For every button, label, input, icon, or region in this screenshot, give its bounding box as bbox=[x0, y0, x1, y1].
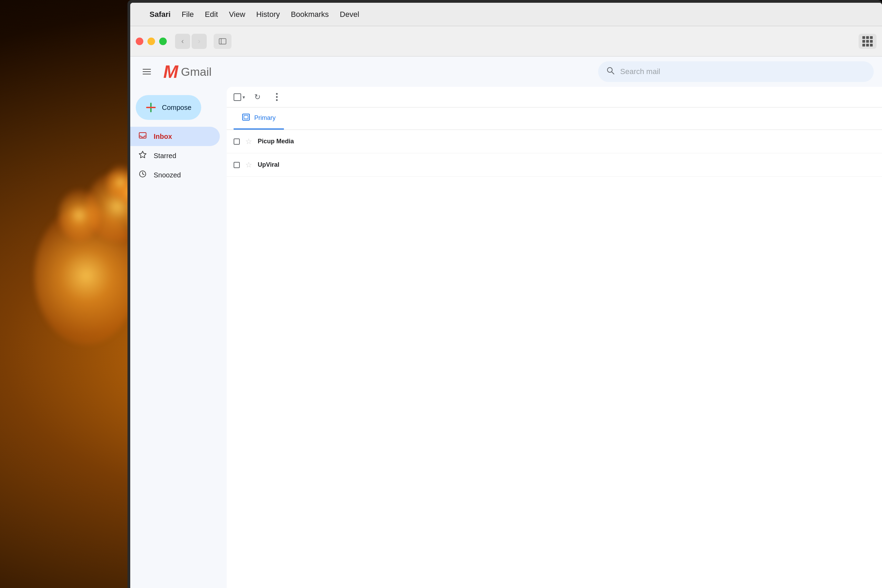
traffic-lights bbox=[136, 38, 167, 45]
more-options-button[interactable] bbox=[270, 90, 284, 104]
menubar-view[interactable]: View bbox=[229, 10, 245, 19]
star-icon bbox=[138, 150, 147, 161]
sidebar-item-snoozed[interactable]: Snoozed bbox=[130, 165, 220, 184]
email-sender: Picup Media bbox=[258, 138, 327, 145]
inbox-label: Inbox bbox=[154, 133, 172, 141]
menubar-edit[interactable]: Edit bbox=[205, 10, 218, 19]
select-all-checkbox[interactable]: ▾ bbox=[234, 93, 245, 101]
sidebar-toggle-button[interactable] bbox=[214, 34, 231, 49]
clock-icon bbox=[138, 170, 147, 180]
table-row[interactable]: ☆ Picup Media bbox=[227, 130, 882, 153]
checkbox-icon bbox=[234, 93, 241, 101]
star-button[interactable]: ☆ bbox=[245, 137, 252, 146]
grid-view-button[interactable] bbox=[859, 34, 876, 49]
laptop-screen: Safari File Edit View History Bookmarks … bbox=[130, 3, 882, 588]
svg-line-3 bbox=[612, 72, 614, 74]
hamburger-menu-button[interactable] bbox=[138, 65, 155, 78]
menubar-file[interactable]: File bbox=[182, 10, 194, 19]
gmail-logo: M Gmail bbox=[162, 63, 212, 81]
svg-rect-12 bbox=[244, 116, 248, 119]
email-checkbox[interactable] bbox=[234, 138, 240, 145]
menubar-safari[interactable]: Safari bbox=[150, 10, 171, 19]
search-bar[interactable]: Search mail bbox=[598, 62, 874, 82]
bokeh-light-3 bbox=[58, 189, 100, 241]
inbox-tabs: Primary bbox=[227, 108, 882, 130]
browser-chrome: ‹ › bbox=[130, 26, 882, 57]
svg-marker-7 bbox=[139, 151, 146, 158]
compose-button[interactable]: Compose bbox=[136, 95, 201, 120]
starred-label: Starred bbox=[154, 152, 176, 160]
laptop-frame: Safari File Edit View History Bookmarks … bbox=[128, 0, 882, 588]
svg-rect-0 bbox=[219, 39, 226, 44]
gmail-m-letter: M bbox=[163, 63, 178, 81]
vertical-dots-icon bbox=[273, 90, 280, 104]
compose-label: Compose bbox=[162, 104, 192, 112]
menubar-devel[interactable]: Devel bbox=[340, 10, 359, 19]
hamburger-icon bbox=[142, 71, 151, 72]
refresh-icon: ↻ bbox=[254, 93, 261, 102]
gmail-app: M Gmail Search mail bbox=[130, 57, 882, 588]
sidebar-icon bbox=[219, 38, 226, 44]
back-button[interactable]: ‹ bbox=[175, 34, 190, 49]
menubar-bookmarks[interactable]: Bookmarks bbox=[291, 10, 328, 19]
svg-rect-11 bbox=[243, 114, 249, 120]
primary-tab-label: Primary bbox=[254, 114, 276, 122]
gmail-header: M Gmail Search mail bbox=[130, 57, 882, 87]
email-list-area: ▾ ↻ bbox=[227, 87, 882, 588]
email-checkbox[interactable] bbox=[234, 162, 240, 168]
table-row[interactable]: ☆ UpViral bbox=[227, 153, 882, 177]
nav-buttons: ‹ › bbox=[175, 34, 207, 49]
email-rows: ☆ Picup Media ☆ UpViral bbox=[227, 130, 882, 177]
inbox-icon bbox=[138, 131, 147, 142]
search-icon bbox=[606, 66, 615, 77]
primary-tab-icon bbox=[242, 113, 250, 123]
refresh-button[interactable]: ↻ bbox=[250, 90, 264, 104]
sidebar-item-starred[interactable]: Starred bbox=[130, 146, 220, 165]
hamburger-icon bbox=[142, 69, 151, 70]
hamburger-icon bbox=[142, 74, 151, 74]
minimize-button[interactable] bbox=[147, 38, 155, 45]
forward-icon: › bbox=[198, 37, 200, 46]
sidebar: Compose Inbox bbox=[130, 87, 227, 588]
email-toolbar: ▾ ↻ bbox=[227, 87, 882, 108]
chevron-down-icon: ▾ bbox=[243, 94, 245, 100]
compose-plus-icon bbox=[146, 102, 156, 113]
menubar: Safari File Edit View History Bookmarks … bbox=[130, 3, 882, 26]
back-icon: ‹ bbox=[181, 37, 184, 46]
search-placeholder-text: Search mail bbox=[620, 67, 866, 76]
fullscreen-button[interactable] bbox=[159, 38, 167, 45]
star-button[interactable]: ☆ bbox=[245, 160, 252, 170]
svg-line-10 bbox=[142, 174, 144, 175]
gmail-main: Compose Inbox bbox=[130, 87, 882, 588]
email-sender: UpViral bbox=[258, 161, 327, 168]
gmail-wordmark: Gmail bbox=[181, 65, 212, 78]
close-button[interactable] bbox=[136, 38, 143, 45]
grid-icon bbox=[862, 36, 873, 46]
tab-primary[interactable]: Primary bbox=[234, 108, 284, 129]
sidebar-item-inbox[interactable]: Inbox bbox=[130, 127, 220, 146]
menubar-history[interactable]: History bbox=[256, 10, 280, 19]
snoozed-label: Snoozed bbox=[154, 171, 181, 179]
forward-button[interactable]: › bbox=[192, 34, 207, 49]
